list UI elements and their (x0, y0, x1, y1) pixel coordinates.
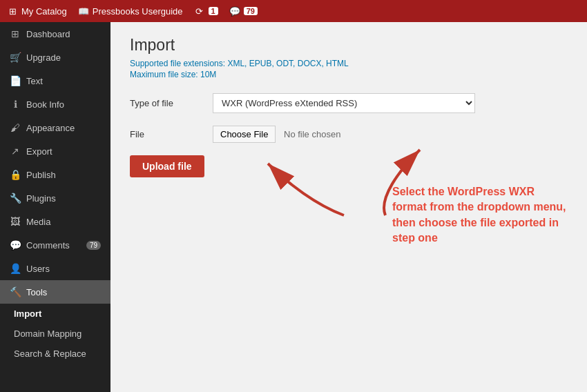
dashboard-icon: ⊞ (10, 28, 21, 39)
sidebar-label-media: Media (26, 217, 50, 227)
updates-icon: ⟳ (194, 6, 205, 17)
file-label: File (130, 129, 213, 139)
comments-link[interactable]: 💬 79 (229, 6, 258, 17)
upgrade-icon: 🛒 (10, 52, 21, 63)
sidebar-item-book-info[interactable]: ℹ Book Info (0, 92, 110, 116)
sidebar-label-plugins: Plugins (26, 193, 56, 204)
users-icon: 👤 (10, 263, 21, 274)
file-input-group: Choose File No file chosen (213, 126, 340, 143)
book-label: Pressbooks Userguide (93, 6, 183, 17)
sidebar-item-tools[interactable]: 🔨 Tools (0, 280, 110, 304)
book-link[interactable]: 📖 Pressbooks Userguide (78, 6, 183, 17)
publish-icon: 🔒 (10, 169, 21, 180)
sidebar-label-upgrade: Upgrade (26, 52, 61, 63)
sidebar-item-export[interactable]: ↗ Export (0, 139, 110, 163)
sidebar-label-tools: Tools (26, 287, 47, 297)
upload-file-button[interactable]: Upload file (130, 155, 204, 177)
sidebar-item-dashboard[interactable]: ⊞ Dashboard (0, 22, 110, 46)
sidebar: ⊞ Dashboard 🛒 Upgrade 📄 Text ℹ Book Info… (0, 22, 110, 392)
sidebar-sub-search-label: Search & Replace (14, 349, 86, 359)
sidebar-item-appearance[interactable]: 🖌 Appearance (0, 116, 110, 139)
type-of-file-row: Type of file WXR (WordPress eXtended RSS… (130, 93, 568, 113)
annotation-text: Select the WordPress WXR format from the… (392, 184, 568, 246)
import-form: Type of file WXR (WordPress eXtended RSS… (130, 93, 568, 177)
sidebar-sub-domain-label: Domain Mapping (14, 329, 81, 339)
type-label: Type of file (130, 98, 213, 108)
sidebar-sub-domain-mapping[interactable]: Domain Mapping (0, 324, 110, 344)
main-content: Import Supported file extensions: XML, E… (110, 22, 587, 392)
updates-badge: 1 (209, 7, 218, 15)
text-icon: 📄 (10, 75, 21, 86)
comments-nav-icon: 💬 (10, 239, 21, 251)
sidebar-item-comments[interactable]: 💬 Comments 79 (0, 233, 110, 257)
choose-file-button[interactable]: Choose File (213, 126, 276, 143)
sidebar-item-users[interactable]: 👤 Users (0, 257, 110, 280)
tools-icon: 🔨 (10, 286, 21, 297)
sidebar-sub-search-replace[interactable]: Search & Replace (0, 344, 110, 364)
comments-badge: 79 (244, 7, 258, 15)
sidebar-item-upgrade[interactable]: 🛒 Upgrade (0, 46, 110, 69)
catalog-link[interactable]: ⊞ My Catalog (7, 6, 67, 17)
sidebar-item-publish[interactable]: 🔒 Publish (0, 163, 110, 186)
no-file-text: No file chosen (284, 129, 340, 139)
media-icon: 🖼 (10, 216, 21, 227)
sidebar-sub-import[interactable]: Import (0, 304, 110, 324)
book-icon: 📖 (78, 6, 89, 17)
updates-link[interactable]: ⟳ 1 (194, 6, 218, 17)
sidebar-sub-import-label: Import (14, 308, 41, 319)
topbar: ⊞ My Catalog 📖 Pressbooks Userguide ⟳ 1 … (0, 0, 587, 22)
annotation-container: Select the WordPress WXR format from the… (130, 184, 568, 246)
file-type-control: WXR (WordPress eXtended RSS)EPUBODTDOCXH… (213, 93, 475, 113)
book-info-icon: ℹ (10, 99, 21, 110)
export-icon: ↗ (10, 146, 21, 157)
plugins-icon: 🔧 (10, 193, 21, 204)
sidebar-label-export: Export (26, 146, 52, 157)
file-row: File Choose File No file chosen (130, 126, 568, 143)
max-size: Maximum file size: 10M (130, 70, 568, 79)
sidebar-label-book-info: Book Info (26, 99, 64, 110)
comments-icon: 💬 (229, 6, 240, 17)
sidebar-label-publish: Publish (26, 170, 56, 180)
sidebar-label-comments: Comments (26, 240, 70, 251)
appearance-icon: 🖌 (10, 122, 21, 133)
page-title: Import (130, 36, 568, 55)
sidebar-label-text: Text (26, 76, 43, 86)
supported-extensions: Supported file extensions: XML, EPUB, OD… (130, 59, 568, 68)
comments-sidebar-badge: 79 (86, 241, 101, 250)
sidebar-label-users: Users (26, 264, 50, 274)
sidebar-item-text[interactable]: 📄 Text (0, 69, 110, 92)
sidebar-label-appearance: Appearance (26, 123, 75, 133)
sidebar-label-dashboard: Dashboard (26, 29, 70, 39)
sidebar-item-media[interactable]: 🖼 Media (0, 210, 110, 233)
catalog-label: My Catalog (21, 6, 67, 17)
catalog-icon: ⊞ (7, 6, 18, 17)
file-type-select[interactable]: WXR (WordPress eXtended RSS)EPUBODTDOCXH… (213, 93, 475, 113)
sidebar-item-plugins[interactable]: 🔧 Plugins (0, 186, 110, 210)
layout: ⊞ Dashboard 🛒 Upgrade 📄 Text ℹ Book Info… (0, 22, 587, 392)
